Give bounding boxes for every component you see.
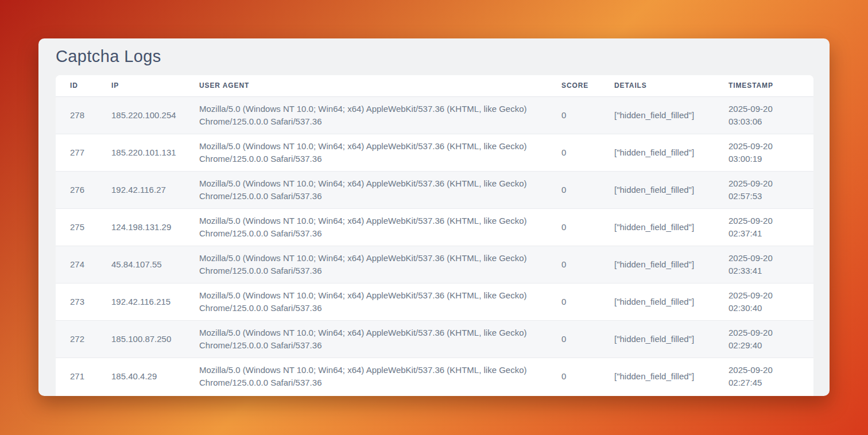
cell-ip: 192.42.116.215 — [111, 283, 199, 320]
cell-ip: 185.220.101.131 — [111, 134, 199, 171]
cell-user-agent: Mozilla/5.0 (Windows NT 10.0; Win64; x64… — [199, 171, 561, 208]
cell-timestamp: 2025-09-20 02:30:40 — [728, 283, 813, 320]
cell-score: 0 — [561, 320, 614, 358]
table-row: 277 185.220.101.131 Mozilla/5.0 (Windows… — [56, 134, 813, 171]
cell-ip: 185.40.4.29 — [111, 358, 199, 395]
col-header-ip: IP — [111, 75, 199, 96]
cell-user-agent: Mozilla/5.0 (Windows NT 10.0; Win64; x64… — [199, 320, 561, 358]
cell-user-agent: Mozilla/5.0 (Windows NT 10.0; Win64; x64… — [199, 283, 561, 320]
cell-id: 277 — [56, 134, 111, 171]
cell-details: ["hidden_field_filled"] — [614, 283, 728, 320]
col-header-timestamp: TIMESTAMP — [728, 75, 813, 96]
table-row: 271 185.40.4.29 Mozilla/5.0 (Windows NT … — [56, 358, 813, 395]
cell-score: 0 — [561, 283, 614, 320]
cell-score: 0 — [561, 171, 614, 208]
cell-user-agent: Mozilla/5.0 (Windows NT 10.0; Win64; x64… — [199, 134, 561, 171]
table-body: 278 185.220.100.254 Mozilla/5.0 (Windows… — [56, 96, 813, 395]
table-row: 272 185.100.87.250 Mozilla/5.0 (Windows … — [56, 320, 813, 358]
cell-details: ["hidden_field_filled"] — [614, 358, 728, 395]
cell-id: 278 — [56, 96, 111, 134]
cell-details: ["hidden_field_filled"] — [614, 171, 728, 208]
cell-ip: 192.42.116.27 — [111, 171, 199, 208]
table-row: 273 192.42.116.215 Mozilla/5.0 (Windows … — [56, 283, 813, 320]
cell-timestamp: 2025-09-20 03:03:06 — [728, 96, 813, 134]
col-header-user-agent: USER AGENT — [199, 75, 561, 96]
cell-ip: 45.84.107.55 — [111, 246, 199, 283]
cell-user-agent: Mozilla/5.0 (Windows NT 10.0; Win64; x64… — [199, 246, 561, 283]
cell-timestamp: 2025-09-20 03:00:19 — [728, 134, 813, 171]
cell-user-agent: Mozilla/5.0 (Windows NT 10.0; Win64; x64… — [199, 96, 561, 134]
col-header-details: DETAILS — [614, 75, 728, 96]
cell-score: 0 — [561, 246, 614, 283]
cell-timestamp: 2025-09-20 02:57:53 — [728, 171, 813, 208]
cell-id: 276 — [56, 171, 111, 208]
table-row: 274 45.84.107.55 Mozilla/5.0 (Windows NT… — [56, 246, 813, 283]
cell-score: 0 — [561, 208, 614, 246]
cell-timestamp: 2025-09-20 02:33:41 — [728, 246, 813, 283]
table-header-row: ID IP USER AGENT SCORE DETAILS TIMESTAMP — [56, 75, 813, 96]
cell-score: 0 — [561, 358, 614, 395]
cell-details: ["hidden_field_filled"] — [614, 320, 728, 358]
col-header-score: SCORE — [561, 75, 614, 96]
captcha-logs-table: ID IP USER AGENT SCORE DETAILS TIMESTAMP… — [56, 75, 813, 395]
table-row: 276 192.42.116.27 Mozilla/5.0 (Windows N… — [56, 171, 813, 208]
cell-id: 271 — [56, 358, 111, 395]
table-row: 278 185.220.100.254 Mozilla/5.0 (Windows… — [56, 96, 813, 134]
cell-details: ["hidden_field_filled"] — [614, 96, 728, 134]
cell-id: 275 — [56, 208, 111, 246]
cell-id: 273 — [56, 283, 111, 320]
cell-ip: 124.198.131.29 — [111, 208, 199, 246]
cell-user-agent: Mozilla/5.0 (Windows NT 10.0; Win64; x64… — [199, 208, 561, 246]
cell-details: ["hidden_field_filled"] — [614, 246, 728, 283]
cell-timestamp: 2025-09-20 02:37:41 — [728, 208, 813, 246]
table-row: 275 124.198.131.29 Mozilla/5.0 (Windows … — [56, 208, 813, 246]
col-header-id: ID — [56, 75, 111, 96]
cell-details: ["hidden_field_filled"] — [614, 134, 728, 171]
captcha-logs-card: Captcha Logs ID IP USER AGENT SCORE DETA… — [38, 38, 830, 396]
cell-id: 272 — [56, 320, 111, 358]
cell-timestamp: 2025-09-20 02:29:40 — [728, 320, 813, 358]
captcha-logs-table-panel: ID IP USER AGENT SCORE DETAILS TIMESTAMP… — [56, 75, 813, 396]
cell-user-agent: Mozilla/5.0 (Windows NT 10.0; Win64; x64… — [199, 358, 561, 395]
cell-timestamp: 2025-09-20 02:27:45 — [728, 358, 813, 395]
cell-ip: 185.220.100.254 — [111, 96, 199, 134]
table-header: ID IP USER AGENT SCORE DETAILS TIMESTAMP — [56, 75, 813, 96]
cell-ip: 185.100.87.250 — [111, 320, 199, 358]
page-title: Captcha Logs — [56, 47, 830, 66]
cell-details: ["hidden_field_filled"] — [614, 208, 728, 246]
cell-score: 0 — [561, 96, 614, 134]
cell-id: 274 — [56, 246, 111, 283]
cell-score: 0 — [561, 134, 614, 171]
